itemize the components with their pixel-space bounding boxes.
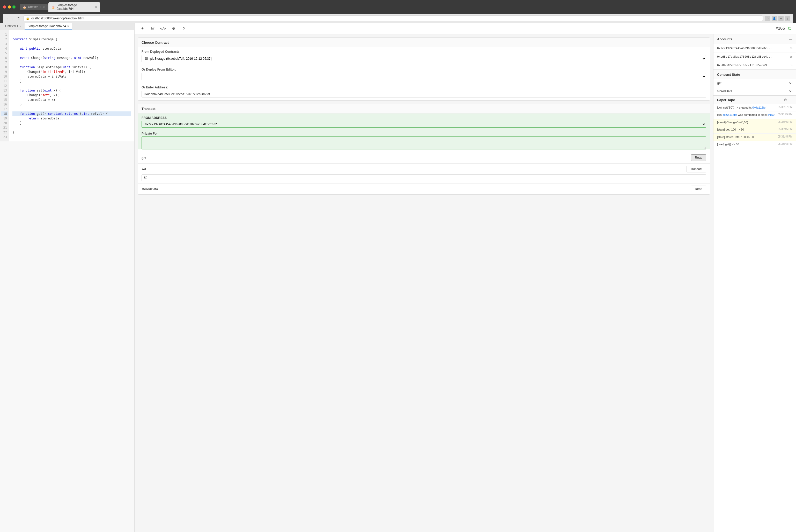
accounts-panel: Accounts — 0x2e219248f44546d966808cdd20c…: [713, 34, 796, 70]
method-set-transact-button[interactable]: Transact: [687, 166, 706, 172]
bookmark-icon[interactable]: ☆: [765, 16, 770, 21]
tab-untitled-label: Untitled 1: [5, 24, 18, 28]
block-number: #165: [776, 26, 785, 31]
paper-tape-clear-icon[interactable]: 🗑: [783, 98, 787, 102]
back-button[interactable]: ‹: [6, 16, 9, 21]
navigate-icon[interactable]: ✈: [139, 25, 146, 32]
maximize-window-button[interactable]: [13, 5, 16, 8]
code-line-2: contract SimpleStorage {: [13, 37, 131, 42]
line-num-23: 23: [1, 135, 8, 139]
line-num-19: 19: [1, 116, 8, 121]
deploy-editor-select[interactable]: [142, 73, 706, 80]
refresh-button[interactable]: ↻: [788, 25, 792, 32]
method-set-input[interactable]: [142, 174, 706, 181]
profile-icon[interactable]: 👤: [772, 16, 777, 21]
code-line-12: [13, 83, 131, 88]
method-get-name: get: [142, 156, 146, 160]
browser-tab-simplestorage[interactable]: 🎂 SimpleStorage 0xaebbb7d4 ✕: [48, 2, 100, 12]
code-line-13: function set(uint x) {: [13, 88, 131, 93]
code-line-11: }: [13, 79, 131, 83]
state-key-storeddata: storedData: [717, 90, 732, 93]
code-line-1: [13, 32, 131, 37]
tab-close-active-icon[interactable]: ✕: [95, 6, 97, 8]
browser-nav: ‹ › ↻ 🔒 localhost:8080/cakeshop/sandbox.…: [3, 14, 793, 23]
forward-button[interactable]: ›: [11, 16, 15, 21]
transact-minimize-icon[interactable]: —: [703, 107, 706, 111]
state-value-get: 50: [789, 81, 792, 85]
from-address-section: FROM ADDRESS 0x2e219248f44546d966808cdd2…: [138, 113, 710, 149]
enter-address-input[interactable]: [142, 91, 706, 97]
accounts-minimize-icon[interactable]: —: [789, 37, 792, 41]
line-num-2: 2: [1, 37, 8, 42]
deploy-icon[interactable]: 🏛: [149, 25, 156, 32]
paper-tape-header: Paper Tape 🗑 —: [713, 96, 796, 104]
line-num-4: 4: [1, 46, 8, 51]
code-editor[interactable]: contract SimpleStorage { uint public sto…: [9, 30, 134, 141]
private-for-input[interactable]: [142, 136, 706, 149]
editor-tab-close-untitled[interactable]: ✕: [19, 25, 21, 28]
method-set-row: set Transact: [138, 164, 710, 174]
tab-simplestorage-label: SimpleStorage 0xaebbb7d4: [28, 24, 66, 28]
line-num-11: 11: [1, 79, 8, 83]
extension-icon[interactable]: ⊕: [778, 16, 783, 21]
state-row-get: get 50: [713, 79, 796, 88]
code-icon[interactable]: </>: [159, 25, 167, 32]
contract-state-title: Contract State: [717, 73, 740, 77]
help-icon[interactable]: ?: [180, 25, 187, 32]
contract-state-minimize-icon[interactable]: —: [789, 72, 792, 77]
accounts-title: Accounts: [717, 37, 732, 41]
transact-panel: Transact — FROM ADDRESS 0x2e219248f44546…: [138, 104, 710, 195]
minimize-window-button[interactable]: [8, 5, 11, 8]
code-line-9: Change("initialized", initVal);: [13, 70, 131, 74]
settings-icon[interactable]: ⚙: [170, 25, 177, 32]
code-line-14: Change("set", x);: [13, 93, 131, 97]
choose-contract-panel: Choose Contract — From Deployed Contract…: [138, 37, 710, 100]
transact-title: Transact: [142, 107, 155, 111]
tape-entry-content-1: [txn] 0x6a118fcf was committed in block …: [717, 113, 776, 117]
paper-tape-icons: 🗑 —: [783, 98, 792, 102]
method-storeddata-read-button[interactable]: Read: [691, 186, 706, 192]
code-line-23: [13, 135, 131, 139]
method-get-read-button[interactable]: Read: [691, 154, 706, 161]
code-line-5: [13, 51, 131, 56]
method-get-row: get Read: [138, 152, 710, 163]
tab-simplestorage[interactable]: SimpleStorage 0xaebbb7d4 ✕: [24, 23, 72, 30]
editor-tab-close-simplestorage[interactable]: ✕: [67, 25, 69, 28]
tape-entry-0: [txn] set("50") => created tx 0x6a118fcf…: [713, 104, 796, 111]
tab-label: Untitled 1: [28, 5, 41, 9]
paper-tape-minimize-icon[interactable]: —: [789, 98, 792, 102]
close-window-button[interactable]: [3, 5, 6, 8]
line-num-18: 18: [1, 111, 8, 116]
enter-address-group: Or Enter Address:: [138, 83, 710, 100]
choose-contract-minimize-icon[interactable]: —: [703, 40, 706, 44]
choose-contract-title: Choose Contract: [142, 41, 169, 44]
line-num-13: 13: [1, 88, 8, 93]
tab-untitled[interactable]: Untitled 1 ✕: [2, 23, 24, 30]
account-address-0: 0x2e219248f44546d966808cdd20c...: [717, 46, 772, 50]
deployed-contracts-select[interactable]: SimpleStorage (0xaebbb7d4, 2016-12-12 05…: [142, 55, 706, 62]
browser-tab-untitled[interactable]: 🎂 Untitled 1 ✕: [20, 4, 48, 10]
address-bar-url: localhost:8080/cakeshop/sandbox.html: [31, 17, 84, 20]
tab-close-icon[interactable]: ✕: [43, 6, 45, 8]
toolbar-left: ✈ 🏛 </> ⚙ ?: [139, 25, 187, 32]
tape-txn-link-0[interactable]: 0x6a118fcf: [752, 106, 766, 109]
code-line-10: storedData = initVal;: [13, 74, 131, 79]
tape-block-link-1[interactable]: #150: [768, 113, 775, 116]
line-num-21: 21: [1, 126, 8, 130]
tape-entry-content-4: [state] storedData: 100 => 50: [717, 135, 776, 139]
code-line-15: storedData = x;: [13, 97, 131, 102]
reload-button[interactable]: ↻: [16, 16, 21, 21]
from-address-select[interactable]: 0x2e219248f44546d966808cdd20cb6c36df6efa…: [142, 121, 706, 128]
left-content: Choose Contract — From Deployed Contract…: [134, 34, 713, 532]
tape-entry-time-5: 05:38:48 PM: [778, 142, 792, 145]
code-line-19: return storedData;: [13, 116, 131, 121]
toolbar: ✈ 🏛 </> ⚙ ? #165 ↻: [134, 23, 796, 34]
account-balance-2: ∞: [790, 63, 792, 67]
private-for-label: Private For: [138, 130, 710, 136]
address-bar[interactable]: 🔒 localhost:8080/cakeshop/sandbox.html: [23, 16, 763, 21]
menu-icon[interactable]: ⋮: [785, 16, 790, 21]
line-num-10: 10: [1, 74, 8, 79]
tape-txn-link-1[interactable]: 0x6a118fcf: [723, 113, 737, 116]
traffic-lights: [3, 5, 16, 8]
tab-favicon: 🎂: [23, 5, 26, 9]
